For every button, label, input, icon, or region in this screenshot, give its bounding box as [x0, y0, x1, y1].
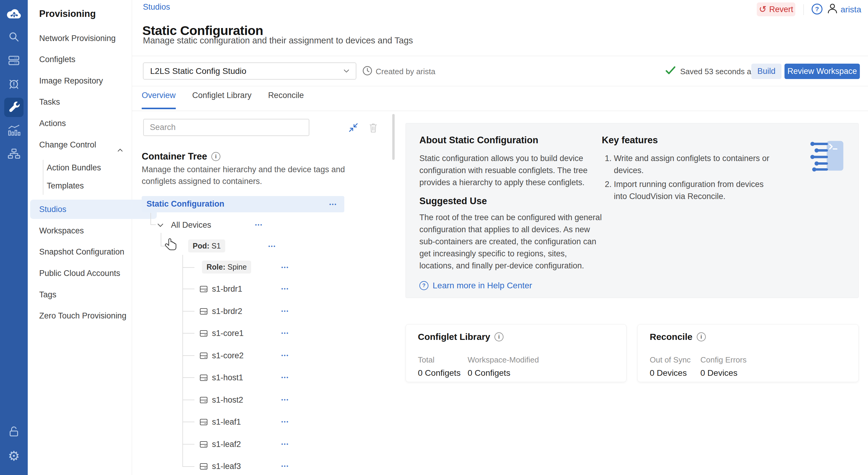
sidebar-item-studios[interactable]: Studios: [30, 200, 157, 219]
studio-select[interactable]: L2LS Static Config Studio: [143, 62, 356, 80]
provisioning-nav-icon[interactable]: [0, 100, 28, 115]
tab-reconcile[interactable]: Reconcile: [268, 91, 304, 109]
device-menu-button[interactable]: •••: [281, 287, 289, 291]
role-menu-button[interactable]: •••: [281, 265, 289, 270]
sidebar-item-change-control[interactable]: Change Control: [28, 138, 132, 151]
configlet-library-card: Configlet Library i Total 0 Configets Wo…: [405, 324, 626, 382]
suggested-use-body: The root of the tree can be configured w…: [420, 211, 603, 272]
configlet-library-info-icon[interactable]: i: [494, 332, 503, 342]
help-center-link[interactable]: ? Learn more in Help Center: [420, 281, 532, 291]
sidebar-item-templates[interactable]: Templates: [28, 179, 132, 192]
tree-node-device[interactable]: s1-leaf2: [199, 437, 241, 451]
sidebar-item-configlets[interactable]: Configlets: [28, 53, 132, 66]
key-feature-item: Write and assign configlets to container…: [614, 152, 777, 176]
device-label: s1-host2: [212, 395, 243, 405]
device-menu-button[interactable]: •••: [281, 419, 289, 424]
key-features-column: Key features Write and assign configlets…: [602, 135, 807, 204]
tree-connector: [182, 289, 194, 289]
revert-button[interactable]: ↺ Revert: [757, 2, 795, 16]
search-input[interactable]: [143, 119, 309, 136]
help-icon[interactable]: ?: [812, 4, 823, 14]
reconcile-info-icon[interactable]: i: [697, 332, 706, 342]
pod-menu-button[interactable]: •••: [268, 244, 276, 249]
tree-node-device[interactable]: s1-core2: [199, 348, 244, 363]
device-menu-button[interactable]: •••: [281, 442, 289, 447]
user-icon[interactable]: [827, 2, 838, 16]
stat-label: Workspace-Modified: [468, 355, 539, 365]
container-tree-info-icon[interactable]: i: [211, 152, 220, 161]
breadcrumb-studios[interactable]: Studios: [143, 2, 170, 12]
tree-node-device[interactable]: s1-leaf3: [199, 459, 241, 474]
sidebar-item-action-bundles[interactable]: Action Bundles: [28, 161, 132, 174]
device-menu-button[interactable]: •••: [281, 309, 289, 314]
tree-node-device[interactable]: s1-core1: [199, 326, 244, 340]
collapse-all-icon[interactable]: [348, 122, 359, 134]
tree-node-device[interactable]: s1-brdr2: [199, 304, 242, 319]
sidebar-item-snapshot-configuration[interactable]: Snapshot Configuration: [28, 245, 132, 259]
reconcile-title-text: Reconcile: [650, 332, 692, 342]
tree-scrollbar-thumb[interactable]: [392, 114, 395, 160]
all-devices-label: All Devices: [171, 220, 211, 230]
pod-chip[interactable]: Pod: S1: [188, 239, 225, 253]
tree-node-pod-s1[interactable]: Pod: S1: [188, 239, 225, 253]
root-menu-button[interactable]: •••: [329, 202, 337, 207]
tree-connector: [182, 444, 194, 445]
suggested-use-title: Suggested Use: [420, 196, 603, 207]
delete-icon[interactable]: [368, 122, 378, 135]
sidebar-item-zero-touch-provisioning[interactable]: Zero Touch Provisioning: [28, 309, 132, 322]
tree-connector: [161, 246, 166, 246]
device-icon: [199, 352, 208, 359]
sidebar-item-tasks[interactable]: Tasks: [28, 95, 132, 109]
events-nav-icon[interactable]: [0, 77, 28, 90]
tree-connector: [182, 255, 183, 466]
role-chip[interactable]: Role: Spine: [202, 261, 251, 273]
tree-node-device[interactable]: s1-host2: [199, 393, 243, 407]
stat-col-workspace-modified: Workspace-Modified 0 Configets: [468, 355, 539, 378]
sidebar-item-public-cloud-accounts[interactable]: Public Cloud Accounts: [28, 267, 132, 280]
tree-connector: [182, 377, 194, 378]
tree-node-device[interactable]: s1-brdr1: [199, 282, 242, 296]
device-icon: [199, 374, 208, 382]
stat-value: 0 Devices: [650, 368, 701, 378]
sidebar-item-workspaces[interactable]: Workspaces: [28, 224, 132, 237]
unlock-icon[interactable]: [0, 425, 28, 439]
review-workspace-button[interactable]: Review Workspace: [784, 64, 860, 79]
sidebar-item-tags[interactable]: Tags: [28, 288, 132, 301]
sidebar-item-image-repository[interactable]: Image Repository: [28, 74, 132, 87]
tree-node-role-spine[interactable]: Role: Spine: [202, 261, 251, 273]
about-panel: About Static Configuration Static config…: [405, 123, 859, 298]
settings-gear-icon[interactable]: ⚙: [0, 449, 28, 463]
tab-overview[interactable]: Overview: [142, 91, 176, 109]
clock-icon: [362, 66, 372, 77]
tree-node-device[interactable]: s1-leaf1: [199, 415, 241, 429]
key-feature-item: Import running configuration from device…: [614, 178, 777, 202]
stat-label: Out of Sync: [650, 355, 701, 365]
chevron-down-icon: [344, 69, 349, 73]
device-menu-button[interactable]: •••: [281, 331, 289, 336]
all-devices-menu-button[interactable]: •••: [255, 222, 263, 228]
build-button[interactable]: Build: [751, 64, 781, 79]
device-label: s1-brdr2: [212, 307, 242, 316]
cloudvision-logo-icon[interactable]: [0, 7, 28, 22]
sidebar-item-network-provisioning[interactable]: Network Provisioning: [28, 32, 132, 45]
chevron-down-icon[interactable]: [157, 223, 164, 228]
tabs-divider-line: [132, 111, 868, 111]
tree-node-all-devices[interactable]: All Devices: [157, 218, 211, 232]
devices-nav-icon[interactable]: [0, 54, 28, 66]
page-subtitle: Manage static configuration and their as…: [143, 36, 413, 46]
tree-connector: [182, 267, 194, 268]
search-nav-icon[interactable]: [0, 31, 28, 43]
device-menu-button[interactable]: •••: [281, 397, 289, 402]
tab-configlet-library[interactable]: Configlet Library: [192, 91, 252, 109]
dashboards-nav-icon[interactable]: [0, 124, 28, 137]
device-menu-button[interactable]: •••: [281, 375, 289, 380]
tree-root-static-configuration[interactable]: Static Configuration •••: [142, 196, 344, 212]
tree-node-device[interactable]: s1-host1: [199, 370, 243, 385]
container-tree-heading: Container Tree i: [142, 151, 220, 162]
sidebar-item-actions[interactable]: Actions: [28, 117, 132, 130]
device-menu-button[interactable]: •••: [281, 353, 289, 358]
topology-nav-icon[interactable]: [0, 147, 28, 160]
device-menu-button[interactable]: •••: [281, 464, 289, 469]
username-link[interactable]: arista: [841, 5, 861, 14]
configlet-illustration: [808, 139, 847, 175]
